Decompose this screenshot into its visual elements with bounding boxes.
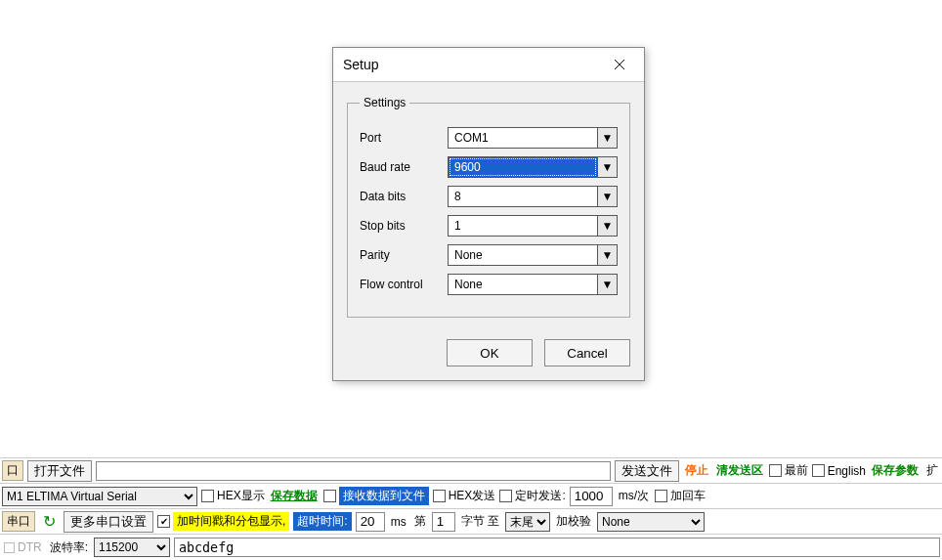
port-value: COM1 [449, 128, 597, 148]
hex-send-checkbox[interactable]: HEX发送 [433, 488, 496, 504]
current-port-select[interactable]: M1 ELTIMA Virtual Serial [2, 487, 197, 506]
dialog-title: Setup [343, 57, 379, 72]
databits-label: Data bits [360, 190, 448, 203]
hex-show-label: HEX显示 [217, 488, 265, 504]
add-checksum-label: 加校验 [554, 513, 593, 530]
checkbox-icon [655, 490, 667, 502]
checkbox-icon: ✔ [157, 515, 170, 528]
chevron-down-icon[interactable]: ▼ [597, 187, 617, 206]
dialog-titlebar: Setup [333, 48, 644, 82]
save-data-link[interactable]: 保存数据 [269, 488, 320, 504]
timed-send-label: 定时发送: [515, 488, 565, 504]
flow-value: None [449, 275, 597, 294]
checkbox-icon [323, 490, 336, 502]
dialog-footer: OK Cancel [333, 325, 644, 380]
port-label: Port [360, 131, 448, 145]
send-file-button[interactable]: 发送文件 [615, 460, 679, 482]
more-settings-button[interactable]: 更多串口设置 [64, 511, 153, 533]
databits-value: 8 [449, 187, 597, 206]
checkbox-icon [433, 490, 446, 502]
english-checkbox[interactable]: English [812, 464, 866, 478]
bottom-row-4: DTR 波特率: 115200 [0, 535, 942, 560]
recv-to-file-checkbox[interactable]: 接收数据到文件 [323, 487, 429, 505]
baud-label: Baud rate [360, 160, 448, 174]
port-open-button[interactable]: 串口 [2, 511, 35, 532]
ok-button[interactable]: OK [447, 339, 533, 366]
tail-select[interactable]: 末尾 [505, 512, 550, 532]
flow-label: Flow control [360, 278, 448, 291]
dtr-fragment[interactable]: DTR [2, 540, 44, 554]
checkbox-icon [769, 464, 782, 477]
nth-byte-input[interactable] [432, 512, 455, 532]
bottom-toolbar: 口 打开文件 发送文件 停止 清发送区 最前 English 保存参数 扩 M1… [0, 457, 942, 560]
baud-label: 波特率: [48, 539, 90, 556]
baud-select[interactable]: 115200 [94, 538, 170, 557]
chevron-down-icon[interactable]: ▼ [597, 157, 617, 177]
setup-dialog: Setup Settings Port COM1 ▼ Baud rate 960… [332, 47, 645, 381]
chevron-down-icon[interactable]: ▼ [597, 128, 617, 148]
baud-combo[interactable]: 9600 ▼ [448, 156, 618, 178]
expand-fragment[interactable]: 扩 [924, 462, 940, 479]
baud-value: 9600 [449, 157, 597, 177]
databits-combo[interactable]: 8 ▼ [448, 186, 618, 207]
bottom-row-1: 口 打开文件 发送文件 停止 清发送区 最前 English 保存参数 扩 [0, 458, 942, 484]
flow-combo[interactable]: None ▼ [448, 274, 618, 295]
cancel-button[interactable]: Cancel [544, 339, 630, 366]
dialog-body: Settings Port COM1 ▼ Baud rate 9600 ▼ Da… [333, 82, 644, 325]
refresh-icon[interactable]: ↻ [39, 512, 60, 531]
timed-send-unit: ms/次 [617, 488, 651, 504]
port-combo[interactable]: COM1 ▼ [448, 127, 618, 149]
english-label: English [828, 464, 866, 478]
parity-label: Parity [360, 248, 448, 262]
recv-to-file-label: 接收数据到文件 [339, 487, 429, 505]
checkbox-icon [201, 490, 214, 502]
timestamp-split-checkbox[interactable]: ✔ 加时间戳和分包显示, [157, 512, 289, 531]
save-params-link[interactable]: 保存参数 [870, 462, 921, 479]
chevron-down-icon[interactable]: ▼ [597, 275, 617, 294]
timed-send-checkbox[interactable]: 定时发送: [499, 488, 565, 504]
stopbits-label: Stop bits [360, 219, 448, 233]
checkbox-icon [499, 490, 512, 502]
chevron-down-icon[interactable]: ▼ [597, 216, 617, 236]
port-fragment: 口 [2, 460, 23, 481]
file-path-input[interactable] [96, 461, 611, 481]
add-cr-label: 加回车 [670, 488, 706, 504]
topmost-checkbox[interactable]: 最前 [769, 462, 808, 479]
checkbox-icon [812, 464, 825, 477]
stopbits-value: 1 [449, 216, 597, 236]
stopbits-combo[interactable]: 1 ▼ [448, 215, 618, 237]
settings-group: Settings Port COM1 ▼ Baud rate 9600 ▼ Da… [347, 96, 630, 318]
timeout-unit: ms [389, 515, 408, 529]
hex-send-label: HEX发送 [449, 488, 496, 504]
timeout-label: 超时时间: [293, 512, 351, 531]
chevron-down-icon[interactable]: ▼ [597, 245, 617, 265]
bottom-row-3: 串口 ↻ 更多串口设置 ✔ 加时间戳和分包显示, 超时时间: ms 第 字节 至… [0, 509, 942, 535]
close-icon[interactable] [605, 54, 634, 75]
parity-value: None [449, 245, 597, 265]
add-cr-checkbox[interactable]: 加回车 [655, 488, 706, 504]
open-file-button[interactable]: 打开文件 [27, 460, 92, 482]
timed-send-value-input[interactable] [570, 487, 613, 506]
checksum-select[interactable]: None [597, 512, 705, 532]
clear-send-link[interactable]: 清发送区 [714, 462, 765, 479]
parity-combo[interactable]: None ▼ [448, 244, 618, 266]
nth-label-2: 字节 至 [459, 513, 501, 530]
topmost-label: 最前 [785, 462, 808, 479]
nth-label-1: 第 [412, 513, 428, 530]
timeout-value-input[interactable] [356, 512, 385, 532]
send-text-input[interactable] [174, 538, 940, 557]
settings-legend: Settings [360, 96, 409, 109]
hex-show-checkbox[interactable]: HEX显示 [201, 488, 265, 504]
bottom-row-2: M1 ELTIMA Virtual Serial HEX显示 保存数据 接收数据… [0, 484, 942, 509]
timestamp-split-label: 加时间戳和分包显示, [173, 512, 289, 531]
stop-link[interactable]: 停止 [683, 462, 710, 479]
